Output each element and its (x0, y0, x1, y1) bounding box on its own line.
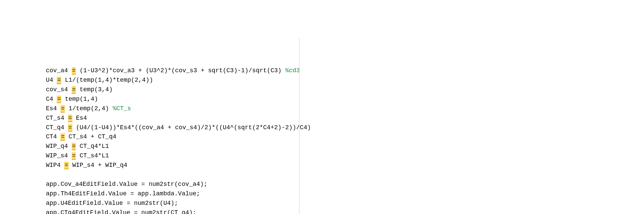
missing-semicolon-warning[interactable]: = (68, 115, 72, 122)
code-line[interactable]: WIP_q4 = CT_q4*L1 (46, 142, 644, 151)
code-text: Es4 (46, 105, 60, 112)
missing-semicolon-warning[interactable]: = (72, 152, 76, 160)
code-text: CT4 (46, 133, 60, 140)
code-line[interactable] (46, 170, 644, 180)
missing-semicolon-warning[interactable]: = (68, 124, 72, 132)
code-line[interactable]: U4 = L1/(temp(1,4)*temp(2,4)) (46, 76, 644, 85)
code-line[interactable]: cov_s4 = temp(3,4) (46, 85, 644, 95)
code-text: WIP_q4 (46, 143, 72, 150)
code-text: temp(1,4) (61, 96, 98, 102)
print-margin-guide (299, 38, 299, 214)
code-editor[interactable]: cov_a4 = (1-U3^2)*cov_a3 + (U3^2)*(cov_s… (46, 38, 644, 214)
code-text: CT_q4 (46, 124, 68, 131)
code-line[interactable]: app.Cov_a4EditField.Value = num2str(cov_… (46, 180, 644, 189)
code-line[interactable]: C4 = temp(1,4) (46, 95, 644, 104)
code-text: (1-U3^2)*cov_a3 + (U3^2)*(cov_s3 + sqrt(… (76, 67, 285, 74)
code-text: 1/temp(2,4) (65, 105, 112, 112)
code-comment: %cd3 (285, 67, 300, 74)
code-line[interactable]: app.Th4EditField.Value = app.lambda.Valu… (46, 189, 644, 199)
code-text: temp(3,4) (76, 86, 112, 93)
code-text: cov_a4 (46, 67, 72, 74)
code-text: C4 (46, 96, 57, 102)
code-text: CT_s4*L1 (76, 152, 109, 159)
code-text: WIP_s4 (46, 152, 72, 159)
code-line[interactable]: Es4 = 1/temp(2,4) %CT_s (46, 104, 644, 114)
code-text: WIP4 (46, 162, 64, 169)
missing-semicolon-warning[interactable]: = (72, 86, 76, 94)
code-line[interactable]: app.CTq4EditField.Value = num2str(CT_q4)… (46, 208, 644, 214)
code-lines: cov_a4 = (1-U3^2)*cov_a3 + (U3^2)*(cov_s… (46, 66, 644, 214)
missing-semicolon-warning[interactable]: = (60, 133, 65, 141)
missing-semicolon-warning[interactable]: = (72, 143, 76, 150)
code-text: CT_s4 + CT_q4 (65, 133, 116, 140)
code-text: L1/(temp(1,4)*temp(2,4)) (61, 77, 153, 83)
code-text: CT_q4*L1 (76, 143, 109, 150)
code-line[interactable]: app.U4EditField.Value = num2str(U4); (46, 199, 644, 208)
missing-semicolon-warning[interactable]: = (57, 96, 61, 103)
code-text: cov_s4 (46, 86, 72, 93)
code-text: Es4 (72, 115, 87, 121)
code-line[interactable]: CT_q4 = (U4/(1-U4))*Es4*((cov_a4 + cov_s… (46, 123, 644, 133)
code-text: (U4/(1-U4))*Es4*((cov_a4 + cov_s4)/2)*((… (72, 124, 311, 131)
code-line[interactable]: CT4 = CT_s4 + CT_q4 (46, 132, 644, 142)
code-line[interactable]: WIP4 = WIP_s4 + WIP_q4 (46, 161, 644, 170)
missing-semicolon-warning[interactable]: = (60, 105, 65, 113)
code-text: CT_s4 (46, 115, 68, 121)
code-line[interactable]: cov_a4 = (1-U3^2)*cov_a3 + (U3^2)*(cov_s… (46, 66, 644, 76)
code-text: U4 (46, 77, 57, 83)
code-comment: %CT_s (112, 105, 131, 112)
code-line[interactable]: WIP_s4 = CT_s4*L1 (46, 151, 644, 161)
missing-semicolon-warning[interactable]: = (72, 67, 76, 75)
code-text: WIP_s4 + WIP_q4 (69, 162, 127, 169)
missing-semicolon-warning[interactable]: = (64, 162, 69, 169)
missing-semicolon-warning[interactable]: = (57, 77, 61, 84)
code-line[interactable]: CT_s4 = Es4 (46, 114, 644, 123)
